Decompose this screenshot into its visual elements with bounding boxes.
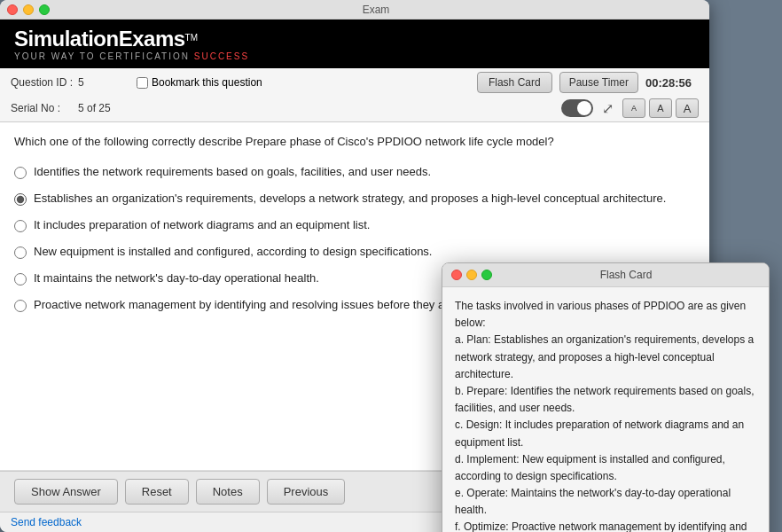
minimize-window-button[interactable] — [23, 4, 34, 15]
app-header: SimulationExamsTM YOUR WAY TO CERTIFICAT… — [0, 20, 709, 68]
font-decrease-button[interactable]: A — [622, 98, 645, 118]
flash-card-popup: Flash Card The tasks involved in various… — [442, 262, 770, 532]
option-b-radio[interactable] — [14, 193, 27, 206]
close-window-button[interactable] — [7, 4, 18, 15]
option-d-row: New equipment is installed and configure… — [14, 245, 695, 259]
pause-timer-button[interactable]: Pause Timer — [559, 72, 638, 93]
maximize-window-button[interactable] — [39, 4, 50, 15]
serial-no-row: Serial No : 5 of 25 — [11, 102, 126, 114]
font-size-controls: A A A — [622, 98, 699, 118]
serial-no-value: 5 of 25 — [78, 102, 111, 114]
option-d-text: New equipment is installed and configure… — [34, 245, 695, 258]
option-a-radio[interactable] — [14, 167, 27, 179]
popup-close-button[interactable] — [451, 270, 462, 280]
logo-tm: TM — [185, 33, 198, 43]
info-bar-top: Question ID : 5 Bookmark this question F… — [0, 68, 709, 97]
option-c-row: It includes preparation of network diagr… — [14, 218, 695, 232]
option-c-radio[interactable] — [14, 220, 27, 232]
question-text: Which one of the following correctly des… — [14, 133, 695, 151]
popup-title: Flash Card — [492, 269, 760, 281]
logo: SimulationExamsTM YOUR WAY TO CERTIFICAT… — [14, 27, 249, 61]
action-buttons: Show Answer Reset Notes Previous — [14, 479, 345, 505]
bookmark-area: Bookmark this question — [137, 76, 262, 89]
popup-minimize-button[interactable] — [466, 270, 477, 280]
show-answer-button[interactable]: Show Answer — [14, 479, 118, 505]
option-d-radio[interactable] — [14, 246, 27, 259]
window-title: Exam — [50, 4, 702, 16]
timer-display: 00:28:56 — [645, 76, 699, 90]
notes-button[interactable]: Notes — [196, 479, 260, 505]
fullscreen-icon[interactable]: ⤢ — [602, 100, 614, 117]
traffic-lights — [7, 4, 50, 15]
font-normal-button[interactable]: A — [649, 98, 672, 118]
flash-card-button[interactable]: Flash Card — [477, 72, 552, 93]
bookmark-label: Bookmark this question — [152, 76, 262, 89]
option-c-text: It includes preparation of network diagr… — [34, 218, 695, 231]
toggle-switch[interactable] — [561, 99, 593, 117]
previous-button[interactable]: Previous — [267, 479, 346, 505]
option-a-text: Identifies the network requirements base… — [34, 165, 695, 178]
option-e-radio[interactable] — [14, 273, 27, 286]
reset-button[interactable]: Reset — [125, 479, 189, 505]
popup-maximize-button[interactable] — [481, 270, 492, 280]
logo-title: SimulationExams — [14, 27, 185, 51]
question-id-label: Question ID : — [11, 76, 73, 89]
logo-success: SUCCESS — [194, 51, 249, 61]
popup-traffic-lights — [451, 270, 492, 280]
popup-content: The tasks involved in various phases of … — [442, 287, 769, 532]
title-bar: Exam — [0, 0, 709, 20]
popup-title-bar: Flash Card — [442, 263, 769, 287]
popup-text: The tasks involved in various phases of … — [455, 300, 755, 532]
question-id-value: 5 — [78, 76, 84, 89]
serial-no-label: Serial No : — [11, 102, 73, 114]
info-bar-bottom: Serial No : 5 of 25 ⤢ A A A — [0, 97, 709, 122]
option-b-text: Establishes an organization's requiremen… — [34, 192, 695, 205]
bookmark-checkbox[interactable] — [137, 77, 148, 89]
option-a-row: Identifies the network requirements base… — [14, 165, 695, 179]
option-f-radio[interactable] — [14, 300, 27, 312]
send-feedback-link[interactable]: Send feedback — [11, 516, 82, 528]
option-b-row: Establishes an organization's requiremen… — [14, 192, 695, 206]
question-id-row: Question ID : 5 — [11, 76, 126, 89]
logo-subtitle: YOUR WAY TO CERTIFICATION SUCCESS — [14, 51, 249, 61]
font-increase-button[interactable]: A — [676, 98, 699, 118]
